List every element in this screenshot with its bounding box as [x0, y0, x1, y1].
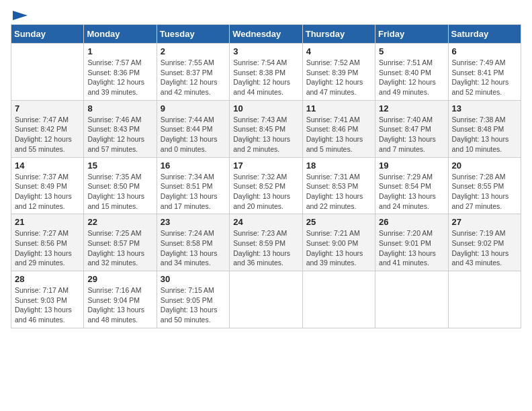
day-info: Sunrise: 7:37 AM Sunset: 8:49 PM Dayligh…: [15, 172, 80, 212]
week-row-2: 7Sunrise: 7:47 AM Sunset: 8:42 PM Daylig…: [11, 100, 521, 157]
day-info: Sunrise: 7:35 AM Sunset: 8:50 PM Dayligh…: [87, 172, 152, 212]
day-cell: 16Sunrise: 7:34 AM Sunset: 8:51 PM Dayli…: [157, 157, 229, 214]
day-number: 24: [233, 217, 298, 227]
day-cell: [230, 271, 302, 328]
day-cell: [448, 271, 521, 328]
day-cell: 20Sunrise: 7:28 AM Sunset: 8:55 PM Dayli…: [448, 157, 521, 214]
day-number: 20: [452, 161, 517, 171]
day-number: 21: [15, 217, 80, 227]
day-number: 3: [233, 46, 298, 56]
day-info: Sunrise: 7:43 AM Sunset: 8:45 PM Dayligh…: [233, 115, 298, 154]
day-number: 13: [452, 103, 517, 113]
day-cell: 27Sunrise: 7:19 AM Sunset: 9:02 PM Dayli…: [448, 214, 521, 271]
day-cell: 8Sunrise: 7:46 AM Sunset: 8:43 PM Daylig…: [84, 100, 157, 157]
day-cell: 26Sunrise: 7:20 AM Sunset: 9:01 PM Dayli…: [375, 214, 448, 271]
header-cell-sunday: Sunday: [11, 25, 84, 44]
day-cell: 13Sunrise: 7:38 AM Sunset: 8:48 PM Dayli…: [448, 100, 521, 157]
day-number: 2: [161, 46, 226, 56]
day-cell: [375, 271, 448, 328]
header-cell-saturday: Saturday: [448, 25, 521, 44]
day-cell: 5Sunrise: 7:51 AM Sunset: 8:40 PM Daylig…: [375, 44, 448, 101]
day-cell: 25Sunrise: 7:21 AM Sunset: 9:00 PM Dayli…: [302, 214, 375, 271]
day-info: Sunrise: 7:21 AM Sunset: 9:00 PM Dayligh…: [306, 228, 371, 268]
day-info: Sunrise: 7:29 AM Sunset: 8:54 PM Dayligh…: [379, 172, 444, 212]
calendar-body: 1Sunrise: 7:57 AM Sunset: 8:36 PM Daylig…: [11, 44, 521, 328]
day-info: Sunrise: 7:40 AM Sunset: 8:47 PM Dayligh…: [379, 115, 444, 154]
day-info: Sunrise: 7:34 AM Sunset: 8:51 PM Dayligh…: [161, 172, 226, 212]
day-info: Sunrise: 7:15 AM Sunset: 9:05 PM Dayligh…: [161, 285, 226, 325]
week-row-3: 14Sunrise: 7:37 AM Sunset: 8:49 PM Dayli…: [11, 157, 521, 214]
day-info: Sunrise: 7:28 AM Sunset: 8:55 PM Dayligh…: [452, 172, 517, 212]
week-row-1: 1Sunrise: 7:57 AM Sunset: 8:36 PM Daylig…: [11, 44, 521, 101]
day-number: 19: [379, 161, 444, 171]
day-info: Sunrise: 7:24 AM Sunset: 8:58 PM Dayligh…: [161, 228, 226, 268]
day-info: Sunrise: 7:41 AM Sunset: 8:46 PM Dayligh…: [306, 115, 371, 154]
day-number: 10: [233, 103, 298, 113]
day-number: 6: [452, 46, 517, 56]
day-number: 18: [306, 161, 371, 171]
day-info: Sunrise: 7:44 AM Sunset: 8:44 PM Dayligh…: [161, 115, 226, 154]
day-number: 26: [379, 217, 444, 227]
day-cell: 19Sunrise: 7:29 AM Sunset: 8:54 PM Dayli…: [375, 157, 448, 214]
day-cell: 17Sunrise: 7:32 AM Sunset: 8:52 PM Dayli…: [230, 157, 302, 214]
page-header: [11, 11, 521, 19]
day-number: 23: [161, 217, 226, 227]
day-info: Sunrise: 7:47 AM Sunset: 8:42 PM Dayligh…: [15, 115, 80, 154]
day-cell: 9Sunrise: 7:44 AM Sunset: 8:44 PM Daylig…: [157, 100, 229, 157]
day-number: 15: [87, 161, 152, 171]
day-cell: [302, 271, 375, 328]
week-row-5: 28Sunrise: 7:17 AM Sunset: 9:03 PM Dayli…: [11, 271, 521, 328]
day-number: 27: [452, 217, 517, 227]
day-cell: 23Sunrise: 7:24 AM Sunset: 8:58 PM Dayli…: [157, 214, 229, 271]
day-number: 12: [379, 103, 444, 113]
header-cell-thursday: Thursday: [302, 25, 375, 44]
header-cell-monday: Monday: [84, 25, 157, 44]
day-info: Sunrise: 7:46 AM Sunset: 8:43 PM Dayligh…: [87, 115, 152, 154]
day-number: 14: [15, 161, 80, 171]
logo: [11, 11, 28, 19]
day-info: Sunrise: 7:31 AM Sunset: 8:53 PM Dayligh…: [306, 172, 371, 212]
day-cell: 29Sunrise: 7:16 AM Sunset: 9:04 PM Dayli…: [84, 271, 157, 328]
day-number: 22: [87, 217, 152, 227]
day-number: 9: [161, 103, 226, 113]
day-cell: 24Sunrise: 7:23 AM Sunset: 8:59 PM Dayli…: [230, 214, 302, 271]
day-info: Sunrise: 7:55 AM Sunset: 8:37 PM Dayligh…: [161, 58, 226, 97]
logo-icon: [13, 11, 28, 20]
day-info: Sunrise: 7:17 AM Sunset: 9:03 PM Dayligh…: [15, 285, 80, 325]
day-cell: 22Sunrise: 7:25 AM Sunset: 8:57 PM Dayli…: [84, 214, 157, 271]
day-info: Sunrise: 7:57 AM Sunset: 8:36 PM Dayligh…: [87, 58, 152, 97]
day-number: 29: [87, 274, 152, 284]
day-number: 5: [379, 46, 444, 56]
day-info: Sunrise: 7:20 AM Sunset: 9:01 PM Dayligh…: [379, 228, 444, 268]
day-number: 11: [306, 103, 371, 113]
day-cell: 4Sunrise: 7:52 AM Sunset: 8:39 PM Daylig…: [302, 44, 375, 101]
day-info: Sunrise: 7:16 AM Sunset: 9:04 PM Dayligh…: [87, 285, 152, 325]
day-cell: 7Sunrise: 7:47 AM Sunset: 8:42 PM Daylig…: [11, 100, 84, 157]
day-cell: 11Sunrise: 7:41 AM Sunset: 8:46 PM Dayli…: [302, 100, 375, 157]
day-info: Sunrise: 7:49 AM Sunset: 8:41 PM Dayligh…: [452, 58, 517, 97]
day-cell: [11, 44, 84, 101]
calendar-header-row: SundayMondayTuesdayWednesdayThursdayFrid…: [11, 25, 521, 44]
header-cell-wednesday: Wednesday: [230, 25, 302, 44]
day-number: 25: [306, 217, 371, 227]
day-cell: 12Sunrise: 7:40 AM Sunset: 8:47 PM Dayli…: [375, 100, 448, 157]
day-cell: 14Sunrise: 7:37 AM Sunset: 8:49 PM Dayli…: [11, 157, 84, 214]
day-cell: 1Sunrise: 7:57 AM Sunset: 8:36 PM Daylig…: [84, 44, 157, 101]
week-row-4: 21Sunrise: 7:27 AM Sunset: 8:56 PM Dayli…: [11, 214, 521, 271]
day-cell: 2Sunrise: 7:55 AM Sunset: 8:37 PM Daylig…: [157, 44, 229, 101]
day-cell: 30Sunrise: 7:15 AM Sunset: 9:05 PM Dayli…: [157, 271, 229, 328]
day-number: 28: [15, 274, 80, 284]
day-number: 7: [15, 103, 80, 113]
day-info: Sunrise: 7:23 AM Sunset: 8:59 PM Dayligh…: [233, 228, 298, 268]
day-cell: 15Sunrise: 7:35 AM Sunset: 8:50 PM Dayli…: [84, 157, 157, 214]
day-cell: 3Sunrise: 7:54 AM Sunset: 8:38 PM Daylig…: [230, 44, 302, 101]
day-info: Sunrise: 7:51 AM Sunset: 8:40 PM Dayligh…: [379, 58, 444, 97]
calendar-table: SundayMondayTuesdayWednesdayThursdayFrid…: [11, 24, 521, 328]
day-info: Sunrise: 7:25 AM Sunset: 8:57 PM Dayligh…: [87, 228, 152, 268]
day-cell: 18Sunrise: 7:31 AM Sunset: 8:53 PM Dayli…: [302, 157, 375, 214]
day-number: 8: [87, 103, 152, 113]
day-number: 1: [87, 46, 152, 56]
header-cell-friday: Friday: [375, 25, 448, 44]
day-number: 16: [161, 161, 226, 171]
day-info: Sunrise: 7:19 AM Sunset: 9:02 PM Dayligh…: [452, 228, 517, 268]
